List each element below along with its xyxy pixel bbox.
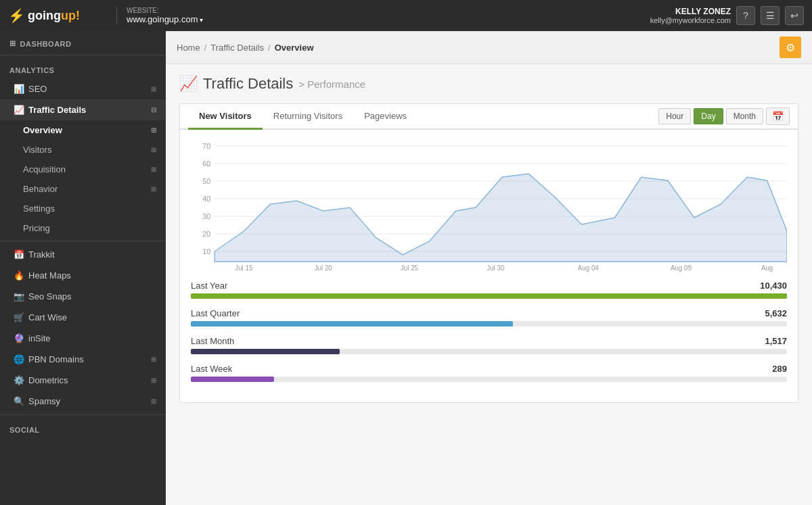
svg-text:Aug 09: Aug 09	[671, 264, 692, 272]
chart-svg: 70 60 50 40 30 20 10	[191, 137, 787, 272]
svg-text:Jul 30: Jul 30	[487, 264, 505, 272]
heat-maps-label: Heat Maps	[28, 270, 71, 281]
divider-1	[0, 55, 166, 55]
sidebar-sub-item-visitors[interactable]: Visitors ⊞	[0, 140, 166, 160]
breadcrumb-bar: Home / Traffic Details / Overview ⚙	[166, 31, 812, 64]
dometrics-expand-icon: ⊞	[151, 377, 156, 384]
traffic-expand-icon: ⊟	[151, 106, 156, 114]
svg-text:Jul 15: Jul 15	[235, 264, 253, 272]
acquisition-expand-icon: ⊞	[151, 166, 156, 173]
last-quarter-value: 5,632	[765, 308, 787, 318]
last-month-bar-bg	[191, 349, 787, 354]
stat-header-last-week: Last Week 289	[191, 364, 787, 374]
traffic-icon: 📈	[14, 105, 24, 115]
tab-pageviews[interactable]: Pageviews	[353, 104, 418, 130]
stat-row-last-week: Last Week 289	[191, 364, 787, 382]
breadcrumb-sep-2: /	[268, 43, 271, 53]
tabs-row: New Visitors Returning Visitors Pageview…	[180, 104, 798, 130]
sidebar-sub-item-acquisition[interactable]: Acquisition ⊞	[0, 160, 166, 179]
divider-3	[0, 414, 166, 415]
breadcrumb-current: Overview	[275, 43, 314, 53]
seo-snaps-icon: 📷	[14, 291, 24, 302]
last-week-value: 289	[772, 364, 787, 374]
dashboard-header: ⊞ DASHBOARD	[0, 31, 166, 52]
website-url[interactable]: www.goingup.com	[127, 14, 203, 24]
help-button[interactable]: ?	[736, 6, 755, 25]
page-subtitle: > Performance	[298, 78, 365, 90]
sidebar-item-trakkit[interactable]: 📅 Trakkit	[0, 244, 166, 265]
svg-text:Jul 25: Jul 25	[401, 264, 419, 272]
trakkit-label: Trakkit	[28, 249, 55, 260]
last-quarter-bar	[191, 321, 513, 327]
menu-button[interactable]: ☰	[761, 6, 780, 25]
pricing-label: Pricing	[23, 223, 50, 233]
sidebar-item-pbn-domains[interactable]: 🌐 PBN Domains ⊞	[0, 349, 166, 370]
sidebar-item-cart-wise[interactable]: 🛒 Cart Wise	[0, 307, 166, 328]
main-content: 📈 Traffic Details > Performance New Visi…	[166, 64, 812, 505]
svg-text:10: 10	[202, 247, 210, 256]
svg-text:Jul 20: Jul 20	[315, 264, 333, 272]
page-title: 📈 Traffic Details > Performance	[179, 75, 798, 93]
sidebar-item-traffic-details[interactable]: 📈 Traffic Details ⊟	[0, 99, 166, 120]
website-selector[interactable]: WEBSITE: www.goingup.com	[116, 7, 203, 24]
last-week-bar-bg	[191, 377, 787, 382]
breadcrumb-home[interactable]: Home	[177, 43, 200, 53]
sidebar-item-dometrics[interactable]: ⚙️ Dometrics ⊞	[0, 370, 166, 391]
back-button[interactable]: ↩	[785, 6, 804, 25]
tab-new-visitors[interactable]: New Visitors	[188, 104, 263, 130]
sidebar-sub-item-settings[interactable]: Settings	[0, 199, 166, 218]
svg-text:70: 70	[202, 142, 210, 150]
sidebar-item-heat-maps[interactable]: 🔥 Heat Maps	[0, 265, 166, 286]
analytics-header: Analytics	[0, 58, 166, 78]
behavior-expand-icon: ⊞	[151, 185, 156, 193]
logo-text: goingup!	[28, 9, 80, 23]
time-controls: Hour Day Month 📅	[658, 107, 790, 125]
content-area: Home / Traffic Details / Overview ⚙ 📈 Tr…	[166, 31, 812, 505]
gear-button[interactable]: ⚙	[780, 37, 801, 58]
main-layout: ⊞ DASHBOARD Analytics 📊 SEO ⊞ 📈 Traffic …	[0, 31, 812, 505]
user-email: kelly@myworkforce.com	[650, 16, 731, 24]
sidebar-item-spamsy[interactable]: 🔍 Spamsy ⊞	[0, 391, 166, 412]
page-title-icon: 📈	[179, 75, 198, 93]
day-button[interactable]: Day	[694, 108, 723, 124]
sidebar-item-insite[interactable]: 🔮 inSite	[0, 328, 166, 349]
spamsy-expand-icon: ⊞	[151, 398, 156, 405]
behavior-label: Behavior	[23, 184, 58, 194]
sidebar-sub-item-pricing[interactable]: Pricing	[0, 218, 166, 238]
last-year-bar	[191, 293, 787, 299]
logo-icon: ⚡	[8, 7, 25, 24]
last-year-label: Last Year	[191, 281, 227, 291]
topbar-right: KELLY ZONEZ kelly@myworkforce.com ? ☰ ↩	[650, 6, 804, 25]
last-quarter-bar-bg	[191, 321, 787, 327]
seo-expand-icon: ⊞	[151, 85, 156, 93]
last-quarter-label: Last Quarter	[191, 308, 240, 318]
svg-text:40: 40	[202, 195, 210, 203]
last-week-bar	[191, 377, 274, 382]
sidebar-item-seo[interactable]: 📊 SEO ⊞	[0, 78, 166, 99]
divider-2	[0, 241, 166, 241]
sidebar-sub-item-overview[interactable]: Overview ⊞	[0, 120, 166, 140]
month-button[interactable]: Month	[726, 108, 763, 124]
tab-returning-visitors[interactable]: Returning Visitors	[263, 104, 353, 130]
user-info: KELLY ZONEZ kelly@myworkforce.com	[650, 7, 731, 24]
last-month-value: 1,517	[765, 336, 787, 346]
calendar-button[interactable]: 📅	[766, 107, 790, 125]
breadcrumb-traffic[interactable]: Traffic Details	[210, 43, 264, 53]
dashboard-icon: ⊞	[9, 39, 16, 48]
acquisition-label: Acquisition	[23, 164, 66, 174]
hour-button[interactable]: Hour	[658, 108, 691, 124]
trakkit-icon: 📅	[14, 249, 24, 260]
sidebar-sub-item-behavior[interactable]: Behavior ⊞	[0, 179, 166, 199]
stat-row-last-month: Last Month 1,517	[191, 336, 787, 354]
insite-icon: 🔮	[14, 333, 24, 343]
seo-snaps-label: Seo Snaps	[28, 291, 72, 302]
spamsy-label: Spamsy	[28, 396, 60, 406]
last-year-value: 10,430	[760, 281, 787, 291]
topbar: ⚡ goingup! WEBSITE: www.goingup.com KELL…	[0, 0, 812, 31]
last-month-bar	[191, 349, 340, 354]
sidebar-item-seo-snaps[interactable]: 📷 Seo Snaps	[0, 286, 166, 307]
page-title-text: Traffic Details	[203, 75, 293, 93]
heat-maps-icon: 🔥	[14, 270, 24, 281]
last-month-label: Last Month	[191, 336, 234, 346]
main-panel: New Visitors Returning Visitors Pageview…	[179, 103, 798, 403]
